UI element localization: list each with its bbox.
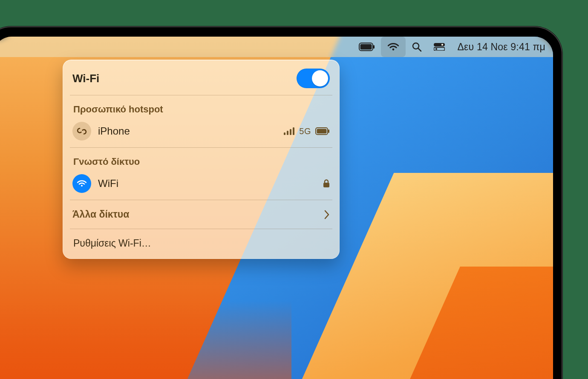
network-type-label: 5G [299, 126, 311, 136]
screen: Δευ 14 Νοε 9:41 πμ Wi-Fi Προσωπικό hotsp… [0, 37, 553, 379]
divider [70, 229, 332, 229]
known-network-meta [323, 179, 330, 188]
control-center-menu-item[interactable] [428, 37, 451, 57]
menu-bar-datetime[interactable]: Δευ 14 Νοε 9:41 πμ [451, 41, 545, 53]
svg-line-4 [418, 49, 421, 52]
wifi-menu-item[interactable] [381, 37, 406, 57]
svg-rect-11 [290, 129, 291, 135]
menu-bar: Δευ 14 Νοε 9:41 πμ [0, 37, 553, 57]
hotspot-iphone-row[interactable]: iPhone 5G [63, 118, 339, 145]
hotspot-name: iPhone [98, 125, 277, 137]
svg-rect-9 [284, 132, 285, 135]
svg-rect-2 [373, 45, 375, 49]
svg-rect-1 [360, 44, 372, 50]
battery-menu-item[interactable] [353, 37, 381, 57]
svg-point-8 [435, 48, 437, 50]
battery-icon [359, 43, 375, 51]
hotspot-icon [72, 122, 91, 141]
wifi-title: Wi-Fi [72, 72, 297, 85]
wifi-connected-icon [72, 174, 91, 193]
divider [70, 95, 332, 95]
known-network-row[interactable]: WiFi [63, 170, 339, 197]
wifi-toggle[interactable] [297, 69, 330, 88]
wifi-title-row: Wi-Fi [63, 64, 339, 92]
hotspot-meta: 5G [284, 126, 330, 136]
svg-rect-12 [293, 127, 294, 135]
svg-point-6 [441, 44, 443, 46]
lock-icon [323, 179, 330, 188]
battery-icon [315, 127, 330, 135]
other-networks-row[interactable]: Άλλα δίκτυα [63, 203, 339, 226]
spotlight-menu-item[interactable] [406, 37, 428, 57]
wifi-icon [387, 42, 400, 52]
wifi-toggle-knob [312, 70, 328, 86]
control-center-icon [434, 43, 445, 51]
chevron-right-icon [324, 210, 330, 219]
wifi-settings-label: Ρυθμίσεις Wi-Fi… [73, 238, 151, 249]
divider [70, 147, 332, 148]
divider [70, 200, 332, 200]
svg-rect-14 [317, 129, 327, 134]
wifi-popover: Wi-Fi Προσωπικό hotspot iPhone [63, 60, 340, 259]
svg-rect-16 [323, 183, 329, 187]
device-bezel: Δευ 14 Νοε 9:41 πμ Wi-Fi Προσωπικό hotsp… [0, 26, 562, 379]
known-network-name: WiFi [98, 178, 316, 190]
svg-rect-15 [328, 129, 329, 133]
known-network-header: Γνωστό δίκτυο [63, 150, 339, 170]
cellular-bars-icon [284, 127, 295, 135]
wifi-settings-row[interactable]: Ρυθμίσεις Wi-Fi… [63, 232, 339, 256]
search-icon [412, 42, 422, 52]
svg-rect-10 [287, 131, 288, 135]
other-networks-label: Άλλα δίκτυα [72, 209, 129, 220]
hotspot-section-header: Προσωπικό hotspot [63, 98, 339, 118]
